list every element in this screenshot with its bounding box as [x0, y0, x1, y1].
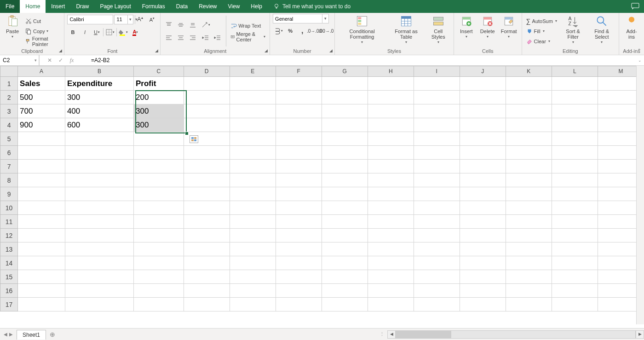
cell-C5[interactable]: [134, 132, 184, 146]
decrease-decimal-button[interactable]: .00→.0: [321, 25, 332, 36]
tab-draw[interactable]: Draw: [70, 0, 94, 13]
cell-G12[interactable]: [322, 229, 368, 242]
column-header-I[interactable]: I: [414, 66, 460, 77]
cell-H5[interactable]: [368, 132, 414, 146]
formula-input[interactable]: [77, 56, 636, 65]
format-painter-button[interactable]: Format Painter: [24, 37, 61, 46]
comments-icon[interactable]: [631, 3, 639, 11]
cell-E17[interactable]: [230, 298, 276, 311]
row-header-2[interactable]: 2: [0, 91, 18, 104]
cell-H16[interactable]: [368, 284, 414, 298]
cell-E10[interactable]: [230, 201, 276, 215]
cell-L16[interactable]: [552, 284, 598, 298]
cell-A10[interactable]: [18, 201, 65, 215]
cell-B8[interactable]: [65, 173, 133, 187]
cell-H9[interactable]: [368, 187, 414, 201]
select-all-corner[interactable]: [0, 66, 18, 77]
cell-G4[interactable]: [322, 118, 368, 132]
cell-A7[interactable]: [18, 160, 65, 173]
cell-I17[interactable]: [414, 298, 460, 311]
cell-G14[interactable]: [322, 256, 368, 270]
cell-D15[interactable]: [184, 270, 230, 284]
cell-H14[interactable]: [368, 256, 414, 270]
row-header-9[interactable]: 9: [0, 187, 18, 201]
cell-D1[interactable]: [184, 77, 230, 91]
cell-G10[interactable]: [322, 201, 368, 215]
accounting-format-button[interactable]: ▾: [273, 25, 284, 36]
cell-K3[interactable]: [506, 104, 552, 118]
horizontal-scrollbar[interactable]: ⋮ ◀ ▶: [380, 330, 644, 339]
cell-K13[interactable]: [506, 242, 552, 256]
cell-A5[interactable]: [18, 132, 65, 146]
autofill-options-button[interactable]: [190, 135, 198, 143]
scroll-right-button[interactable]: ▶: [636, 330, 644, 339]
cell-F12[interactable]: [276, 229, 322, 242]
cell-L11[interactable]: [552, 215, 598, 229]
cell-J17[interactable]: [460, 298, 506, 311]
cell-E5[interactable]: [230, 132, 276, 146]
cell-L4[interactable]: [552, 118, 598, 132]
cell-B10[interactable]: [65, 201, 133, 215]
cell-I13[interactable]: [414, 242, 460, 256]
cell-K7[interactable]: [506, 160, 552, 173]
chevron-down-icon[interactable]: ▾: [32, 58, 39, 63]
cell-A13[interactable]: [18, 242, 65, 256]
cell-B12[interactable]: [65, 229, 133, 242]
cell-E16[interactable]: [230, 284, 276, 298]
cell-L1[interactable]: [552, 77, 598, 91]
cell-A3[interactable]: 700: [18, 104, 65, 118]
cell-F13[interactable]: [276, 242, 322, 256]
cell-E15[interactable]: [230, 270, 276, 284]
sheet-tab-1[interactable]: Sheet1: [17, 330, 46, 340]
cell-F6[interactable]: [276, 146, 322, 160]
cell-F1[interactable]: [276, 77, 322, 91]
cell-F14[interactable]: [276, 256, 322, 270]
cell-E7[interactable]: [230, 160, 276, 173]
cell-I6[interactable]: [414, 146, 460, 160]
font-color-button[interactable]: A▾: [130, 27, 141, 38]
cell-D2[interactable]: [184, 91, 230, 104]
wrap-text-button[interactable]: Wrap Text: [229, 21, 267, 30]
name-box[interactable]: ▾: [0, 55, 39, 65]
align-center-button[interactable]: [175, 32, 186, 43]
cell-H4[interactable]: [368, 118, 414, 132]
font-name-dropdown[interactable]: ▾: [67, 15, 113, 24]
row-header-4[interactable]: 4: [0, 118, 18, 132]
percent-button[interactable]: %: [285, 25, 296, 36]
delete-cells-button[interactable]: Delete▾: [478, 14, 497, 48]
number-format-dropdown[interactable]: ▾: [273, 14, 329, 23]
cell-H2[interactable]: [368, 91, 414, 104]
cell-L14[interactable]: [552, 256, 598, 270]
sort-filter-button[interactable]: AZSort & Filter▾: [560, 14, 586, 48]
cell-K17[interactable]: [506, 298, 552, 311]
row-header-13[interactable]: 13: [0, 242, 18, 256]
cell-J1[interactable]: [460, 77, 506, 91]
collapse-ribbon-button[interactable]: ⌃: [637, 48, 641, 54]
increase-font-button[interactable]: A▴: [134, 14, 145, 25]
cell-C17[interactable]: [134, 298, 184, 311]
find-select-button[interactable]: Find & Select▾: [587, 14, 616, 48]
cell-H10[interactable]: [368, 201, 414, 215]
cell-A17[interactable]: [18, 298, 65, 311]
scroll-track[interactable]: [396, 330, 636, 339]
cell-K1[interactable]: [506, 77, 552, 91]
cell-A12[interactable]: [18, 229, 65, 242]
insert-cells-button[interactable]: Insert▾: [457, 14, 476, 48]
cell-I1[interactable]: [414, 77, 460, 91]
cell-I10[interactable]: [414, 201, 460, 215]
cell-F15[interactable]: [276, 270, 322, 284]
cell-J7[interactable]: [460, 160, 506, 173]
addins-button[interactable]: Add-ins: [622, 14, 641, 48]
tab-data[interactable]: Data: [171, 0, 193, 13]
cell-A9[interactable]: [18, 187, 65, 201]
cell-B15[interactable]: [65, 270, 133, 284]
tab-insert[interactable]: Insert: [46, 0, 70, 13]
cell-G13[interactable]: [322, 242, 368, 256]
align-middle-button[interactable]: [175, 19, 186, 30]
cell-H13[interactable]: [368, 242, 414, 256]
format-cells-button[interactable]: Format▾: [499, 14, 519, 48]
cell-C2[interactable]: 200: [134, 91, 184, 104]
cell-C1[interactable]: Profit: [134, 77, 184, 91]
cell-L12[interactable]: [552, 229, 598, 242]
cell-C10[interactable]: [134, 201, 184, 215]
